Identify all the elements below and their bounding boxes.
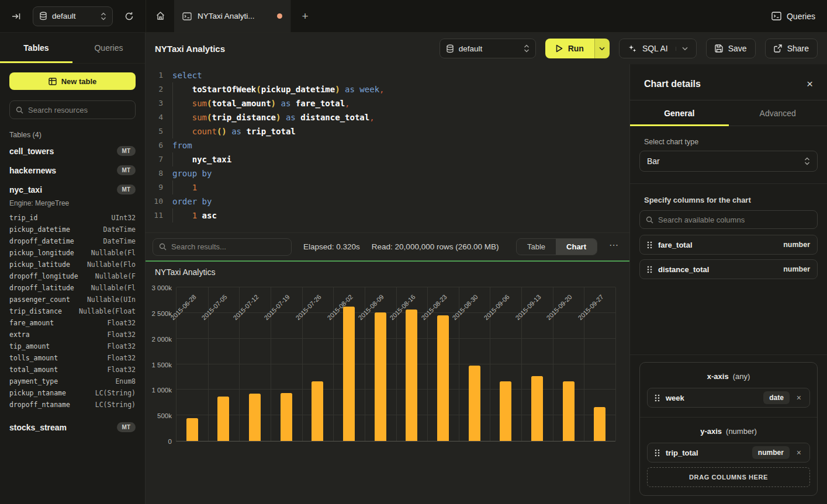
y-axis-chip-trip-total[interactable]: trip_total number ×: [647, 443, 810, 463]
column-row[interactable]: dropoff_datetimeDateTime: [0, 235, 145, 247]
column-row[interactable]: tip_amountFloat32: [0, 340, 145, 352]
column-row[interactable]: extraFloat32: [0, 329, 145, 340]
code-line[interactable]: 5 count() as trip_total: [146, 124, 629, 138]
sidebar-tab-queries[interactable]: Queries: [72, 33, 145, 63]
sql-editor[interactable]: 1select2 toStartOfWeek(pickup_datetime) …: [146, 64, 629, 232]
code-line[interactable]: 2 toStartOfWeek(pickup_datetime) as week…: [146, 82, 629, 96]
x-axis-tick-label: 2015-07-19: [263, 293, 291, 321]
line-number: 5: [146, 124, 172, 138]
chip-name: fare_total: [658, 241, 777, 249]
column-type: UInt32: [111, 214, 136, 222]
y-axis-tick-label: 1 000k: [146, 387, 172, 394]
drag-handle-icon[interactable]: [655, 449, 660, 457]
share-button[interactable]: Share: [765, 39, 818, 58]
available-column-chip-fare_total[interactable]: fare_totalnumber: [639, 235, 818, 255]
tab-general[interactable]: General: [630, 100, 729, 126]
columns-label: Specify columns for the chart: [644, 196, 813, 204]
more-options-button[interactable]: ⋯: [609, 239, 622, 254]
column-type: DateTime: [103, 237, 136, 245]
chart-type-select[interactable]: Bar: [639, 151, 818, 172]
code-line[interactable]: 11 1 asc: [146, 208, 629, 223]
code-text: nyc_taxi: [172, 152, 231, 166]
column-row[interactable]: tolls_amountFloat32: [0, 352, 145, 364]
panel-body: Select chart type Bar Specify columns fo…: [630, 126, 827, 504]
run-button[interactable]: Run: [545, 39, 594, 58]
column-row[interactable]: pickup_latitudeNullable(Flo: [0, 259, 145, 270]
column-row[interactable]: pickup_datetimeDateTime: [0, 224, 145, 235]
column-row[interactable]: trip_distanceNullable(Float: [0, 305, 145, 317]
chip-type-badge: number: [752, 446, 790, 459]
sidebar-tab-tables[interactable]: Tables: [0, 33, 72, 63]
column-row[interactable]: pickup_longitudeNullable(Fl: [0, 247, 145, 259]
code-line[interactable]: 4 sum(trip_distance) as distance_total,: [146, 110, 629, 124]
chart-view-button[interactable]: Chart: [556, 239, 597, 255]
table-view-button[interactable]: Table: [517, 239, 556, 255]
sql-ai-button[interactable]: SQL AI: [619, 39, 697, 58]
close-icon[interactable]: ×: [807, 78, 813, 89]
run-options-button[interactable]: [594, 39, 610, 58]
x-axis-tick-label: 2015-07-26: [295, 293, 323, 321]
column-row[interactable]: passenger_countNullable(UIn: [0, 294, 145, 305]
code-line[interactable]: 3 sum(total_amount) as fare_total,: [146, 96, 629, 110]
new-tab-button[interactable]: +: [291, 0, 319, 32]
sidebar-search-input[interactable]: [28, 106, 131, 114]
code-line[interactable]: 10order by: [146, 194, 629, 208]
database-selector[interactable]: default: [33, 6, 113, 26]
column-name: passenger_count: [9, 296, 70, 304]
bar: [406, 310, 417, 441]
column-row[interactable]: dropoff_latitudeNullable(Fl: [0, 282, 145, 294]
code-line[interactable]: 9 1: [146, 180, 629, 194]
results-bar: Elapsed: 0.320s Read: 20,000,000 rows (2…: [146, 232, 629, 260]
home-button[interactable]: [146, 0, 174, 32]
code-line[interactable]: 1select: [146, 68, 629, 82]
line-number: 6: [146, 138, 172, 152]
available-column-chip-distance_total[interactable]: distance_totalnumber: [639, 259, 818, 279]
drag-handle-icon[interactable]: [655, 394, 660, 402]
sql-ai-options-button[interactable]: [676, 47, 688, 51]
new-table-button[interactable]: New table: [9, 72, 136, 90]
bar: [563, 381, 575, 441]
table-row-cell_towers[interactable]: cell_towersMT: [0, 141, 145, 161]
column-row[interactable]: pickup_ntanameLC(String): [0, 387, 145, 399]
drag-handle-icon[interactable]: [647, 241, 652, 249]
results-search[interactable]: [153, 238, 292, 256]
code-text: 1: [172, 180, 197, 194]
code-text: sum(total_amount) as fare_total,: [172, 96, 350, 110]
y-axis-tick-label: 0: [146, 438, 172, 445]
column-row[interactable]: dropoff_longitudeNullable(F: [0, 270, 145, 282]
column-row[interactable]: trip_idUInt32: [0, 212, 145, 224]
table-row-hackernews[interactable]: hackernewsMT: [0, 161, 145, 180]
code-line[interactable]: 8group by: [146, 166, 629, 180]
tab-nytaxi-analytics[interactable]: NYTaxi Analyti...: [174, 0, 291, 32]
code-line[interactable]: 7 nyc_taxi: [146, 152, 629, 166]
remove-icon[interactable]: ×: [795, 448, 802, 457]
y-axis-heading: y-axis (number): [647, 427, 810, 436]
code-line[interactable]: 6from: [146, 138, 629, 152]
column-row[interactable]: total_amountFloat32: [0, 364, 145, 376]
x-axis-chip-week[interactable]: week date ×: [647, 388, 810, 408]
bar: [249, 394, 261, 441]
refresh-icon[interactable]: [121, 8, 137, 25]
drag-handle-icon[interactable]: [647, 266, 652, 273]
results-search-input[interactable]: [171, 242, 285, 251]
column-row[interactable]: dropoff_ntanameLC(String): [0, 399, 145, 411]
columns-search[interactable]: [639, 210, 818, 229]
tab-advanced[interactable]: Advanced: [729, 100, 827, 126]
columns-search-input[interactable]: [658, 215, 811, 224]
chart-type-value: Bar: [647, 157, 660, 166]
toolbar-database-selector[interactable]: default: [440, 39, 536, 58]
sidebar-search[interactable]: [9, 100, 136, 119]
column-row[interactable]: payment_typeEnum8: [0, 376, 145, 387]
table-row-nyc_taxi[interactable]: nyc_taxiMT: [0, 180, 145, 199]
remove-icon[interactable]: ×: [795, 393, 802, 402]
column-row[interactable]: fare_amountFloat32: [0, 317, 145, 329]
queries-button[interactable]: Queries: [771, 12, 815, 21]
drag-columns-drop-zone[interactable]: DRAG COLUMNS HERE: [647, 467, 810, 487]
queries-label: Queries: [787, 12, 815, 21]
database-icon: [39, 12, 47, 20]
collapse-sidebar-icon[interactable]: [8, 8, 25, 25]
code-text: count() as trip_total: [172, 124, 296, 138]
table-row-stocks_stream[interactable]: stocks_streamMT: [0, 418, 145, 437]
save-button[interactable]: Save: [706, 39, 756, 58]
bar: [312, 381, 323, 441]
